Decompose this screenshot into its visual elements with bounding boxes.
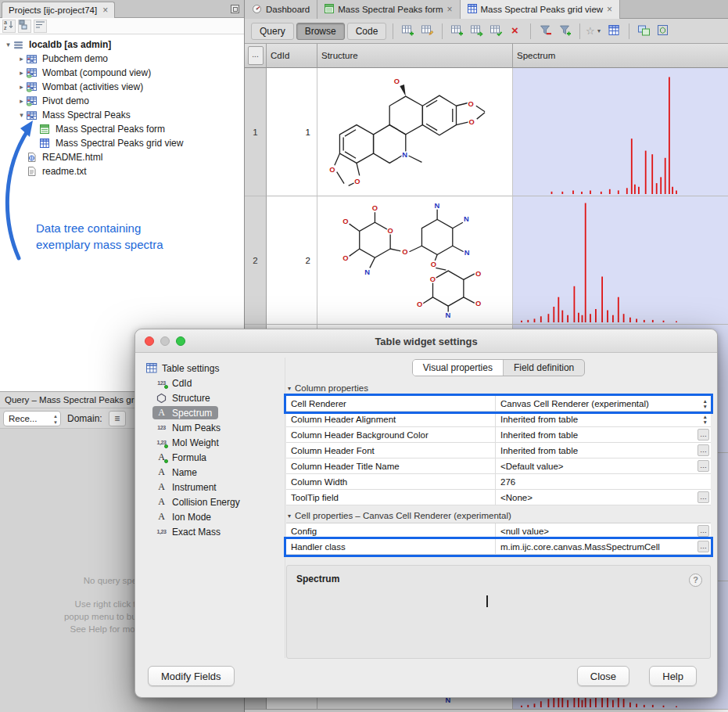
property-value[interactable]: Canvas Cell Renderer (experimental)▲▼ bbox=[496, 396, 711, 411]
tab-dashboard[interactable]: Dashboard bbox=[245, 0, 317, 19]
ellipsis-button[interactable]: … bbox=[698, 429, 709, 441]
ellipsis-button[interactable]: … bbox=[698, 525, 709, 537]
sort-by-type-button[interactable] bbox=[18, 20, 31, 33]
submit-row-button[interactable] bbox=[468, 23, 486, 40]
field-item-table-settings[interactable]: Table settings bbox=[140, 361, 285, 376]
recent-queries-dropdown[interactable]: Rece... ▲▼ bbox=[3, 411, 61, 426]
delete-rows-button[interactable]: × bbox=[507, 23, 525, 40]
tree-expand-icon[interactable]: ▾ bbox=[16, 111, 27, 119]
field-item-collision-energy[interactable]: ACollision Energy bbox=[140, 494, 285, 509]
tree-item-wombat-activities-view[interactable]: ▸Wombat (activities view) bbox=[0, 80, 244, 94]
column-header-spectrum[interactable]: Spectrum bbox=[513, 44, 728, 68]
tree-expand-icon[interactable]: ▸ bbox=[16, 83, 27, 91]
field-item-formula[interactable]: AFormula bbox=[140, 450, 285, 465]
ellipsis-button[interactable]: … bbox=[698, 444, 709, 456]
field-description-panel[interactable]: Spectrum ? bbox=[286, 565, 711, 659]
domain-menu-button[interactable]: ≡ bbox=[109, 411, 126, 426]
modify-fields-button[interactable]: Modify Fields bbox=[148, 666, 235, 686]
field-item-num-peaks[interactable]: 123Num Peaks bbox=[140, 420, 285, 435]
property-value[interactable]: Inherited from table… bbox=[496, 443, 711, 458]
structure-tools-button[interactable] bbox=[654, 23, 672, 40]
property-value-text: m.im.ijc.core.canvas.MassSpectrumCell bbox=[500, 542, 660, 552]
ellipsis-button[interactable]: … bbox=[698, 491, 709, 503]
tab-close-icon[interactable]: × bbox=[607, 5, 612, 14]
widget-settings-button[interactable] bbox=[605, 23, 623, 40]
tree-item-pubchem-demo[interactable]: ▸Pubchem demo bbox=[0, 52, 244, 66]
structure-cell[interactable]: OOOOON bbox=[317, 68, 513, 196]
tree-expand-icon[interactable]: ▾ bbox=[3, 41, 13, 49]
grid-options-button[interactable]: ... bbox=[248, 46, 264, 65]
insert-row-button[interactable] bbox=[448, 23, 466, 40]
tree-item-wombat-compound-view[interactable]: ▸Wombat (compound view) bbox=[0, 66, 244, 80]
property-value[interactable]: <Default value>… bbox=[496, 458, 711, 473]
help-icon[interactable]: ? bbox=[689, 574, 702, 587]
cdid-cell[interactable]: 2 bbox=[267, 196, 317, 325]
row-number-cell[interactable]: 2 bbox=[245, 196, 267, 325]
tree-item-pivot-demo[interactable]: ▸Pivot demo bbox=[0, 94, 244, 108]
column-header-structure[interactable]: Structure bbox=[317, 44, 513, 68]
property-value[interactable]: Inherited from table… bbox=[496, 427, 711, 442]
sort-custom-button[interactable] bbox=[34, 20, 47, 33]
tree-item-readme-html[interactable]: README.html bbox=[0, 150, 244, 164]
commit-changes-button[interactable] bbox=[487, 23, 505, 40]
field-item-content: ACollision Energy bbox=[152, 495, 246, 509]
tab-mass-spectral-peaks-grid-view[interactable]: Mass Spectral Peaks grid view× bbox=[461, 0, 621, 19]
tree-item-localdb-as-admin[interactable]: ▾localdb [as admin] bbox=[0, 38, 244, 52]
dialog-titlebar[interactable]: Table widget settings bbox=[135, 329, 717, 353]
field-item-cdid[interactable]: 123CdId bbox=[140, 376, 285, 390]
restore-panel-icon[interactable] bbox=[231, 5, 239, 13]
tab-projects[interactable]: Projects [ijc-project74] × bbox=[2, 2, 115, 18]
edit-view-button[interactable] bbox=[418, 23, 436, 40]
svg-text:O: O bbox=[475, 269, 480, 277]
tab-mass-spectral-peaks-form[interactable]: Mass Spectral Peaks form× bbox=[317, 0, 460, 19]
field-item-ion-mode[interactable]: AIon Mode bbox=[140, 509, 285, 524]
spectrum-cell[interactable] bbox=[513, 68, 728, 196]
section-title: Cell properties – Canvas Cell Renderer (… bbox=[295, 511, 511, 520]
field-item-mol-weight[interactable]: 1,23Mol Weight bbox=[140, 435, 285, 450]
section-cell-properties[interactable]: ▾ Cell properties – Canvas Cell Renderer… bbox=[286, 509, 711, 523]
browse-button[interactable]: Browse bbox=[296, 23, 345, 40]
tree-expand-icon[interactable]: ▸ bbox=[16, 55, 27, 63]
dialog-tab-field-definition[interactable]: Field definition bbox=[503, 360, 584, 376]
tree-item-readme-txt[interactable]: readme.txt bbox=[0, 164, 244, 178]
field-item-instrument[interactable]: AInstrument bbox=[140, 480, 285, 494]
sort-by-name-button[interactable]: az bbox=[2, 20, 16, 33]
code-button[interactable]: Code bbox=[347, 23, 387, 40]
field-item-structure[interactable]: Structure bbox=[140, 390, 285, 405]
tree-expand-icon[interactable]: ▸ bbox=[16, 69, 27, 77]
help-button[interactable]: Help bbox=[649, 666, 697, 686]
query-button[interactable]: Query bbox=[251, 23, 294, 40]
column-header-cdid[interactable]: CdId bbox=[267, 44, 317, 68]
tree-item-mass-spectral-peaks[interactable]: ▾Mass Spectral Peaks bbox=[0, 108, 244, 122]
section-column-properties[interactable]: ▾ Column properties bbox=[286, 381, 711, 395]
tab-projects-close-icon[interactable]: × bbox=[102, 5, 108, 15]
field-item-exact-mass[interactable]: 1,23Exact Mass bbox=[140, 524, 285, 539]
property-value[interactable]: Inherited from table▲▼ bbox=[496, 412, 711, 426]
combo-stepper-icon[interactable]: ▲▼ bbox=[701, 398, 708, 409]
tree-item-mass-spectral-peaks-grid-view[interactable]: Mass Spectral Peaks grid view bbox=[0, 136, 244, 150]
close-button[interactable]: Close bbox=[577, 666, 629, 686]
row-number-cell[interactable]: 1 bbox=[245, 68, 267, 196]
combo-stepper-icon[interactable]: ▲▼ bbox=[701, 414, 708, 425]
add-filter-button[interactable] bbox=[556, 23, 574, 40]
property-value[interactable]: <null value>… bbox=[496, 523, 711, 538]
remove-filter-button[interactable] bbox=[536, 23, 554, 40]
favorites-menu-button[interactable]: ☆▾ bbox=[586, 23, 604, 40]
field-item-name[interactable]: AName bbox=[140, 465, 285, 480]
cdid-cell[interactable]: 1 bbox=[267, 68, 317, 196]
new-view-button[interactable] bbox=[399, 23, 417, 40]
property-value[interactable]: 276 bbox=[496, 474, 711, 489]
field-item-spectrum[interactable]: ASpectrum bbox=[140, 405, 285, 420]
tree-item-mass-spectral-peaks-form[interactable]: Mass Spectral Peaks form bbox=[0, 122, 244, 136]
property-value[interactable]: m.im.ijc.core.canvas.MassSpectrumCell… bbox=[496, 539, 711, 554]
property-value[interactable]: <None>… bbox=[496, 490, 711, 505]
structure-cell[interactable]: OOOOOONNNNOOONO bbox=[317, 196, 513, 325]
ellipsis-button[interactable]: … bbox=[698, 460, 709, 472]
dialog-tab-visual-properties[interactable]: Visual properties bbox=[413, 360, 503, 376]
application-window: Projects [ijc-project74] × az ▾localdb [… bbox=[0, 0, 728, 712]
spectrum-cell[interactable] bbox=[513, 196, 728, 325]
tree-expand-icon[interactable]: ▸ bbox=[16, 97, 27, 105]
ellipsis-button[interactable]: … bbox=[698, 541, 709, 552]
tile-windows-button[interactable] bbox=[635, 23, 653, 40]
tab-close-icon[interactable]: × bbox=[446, 5, 452, 14]
